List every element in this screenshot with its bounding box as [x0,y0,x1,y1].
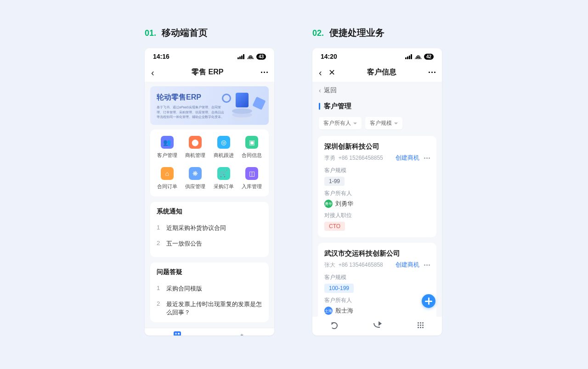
section-number: 01. [145,28,156,38]
filter-客户所有人[interactable]: 客户所有人 [319,117,362,129]
back-icon[interactable]: ‹ [319,68,322,77]
section-title: 移动端首页 [162,27,208,39]
field-label-position: 对接人职位 [324,212,430,219]
battery-icon: 42 [424,54,434,60]
more-icon[interactable] [429,72,435,73]
feature-icon: ◫ [245,167,258,180]
list-text: 最近发票上传时出现重复的发票是怎么回事？ [166,300,262,317]
customer-contact: 李勇 +86 15266458855 [324,154,383,162]
status-time: 14:20 [321,53,337,60]
nav-title: 客户信息 [367,67,396,77]
hero-banner[interactable]: 轮动零售ERP 基于飞书、通过aPaaS实现客户管理、合同管理、订单管理、采购管… [150,86,269,125]
create-opportunity-link[interactable]: 创建商机 [396,154,419,162]
list-index: 1 [157,224,160,232]
feature-label: 商机管理 [185,152,205,159]
avatar: 士海 [324,307,333,315]
feature-icon: ▣ [245,136,258,149]
tab-bar: 主页 ★ 产品权限 [145,328,274,335]
card-more-icon[interactable] [424,264,430,266]
card-title: 系统通知 [150,207,269,220]
status-bar: 14:16 43 [145,48,274,63]
status-bar: 14:20 42 [312,48,442,63]
customer-contact: 张大 +86 13546465858 [324,261,383,269]
more-icon[interactable] [261,72,268,73]
signal-icon [405,54,413,59]
feature-label: 采购订单 [214,183,234,190]
avatar: 勇华 [324,200,333,208]
refresh-button[interactable] [312,322,356,329]
feature-label: 商机跟进 [214,152,234,159]
create-opportunity-link[interactable]: 创建商机 [396,261,419,269]
card-more-icon[interactable] [424,157,430,159]
feature-icon: ❋ [189,167,202,180]
scale-pill: 1-99 [324,177,345,186]
feature-label: 入库管理 [242,183,262,190]
list-text: 五一放假公告 [166,240,202,248]
scale-pill: 100-199 [324,284,354,293]
wifi-icon [415,54,422,59]
tab-home[interactable]: 主页 [145,328,209,335]
feature-客户管理[interactable]: 👥客户管理 [153,136,181,159]
feature-商机管理[interactable]: ⬤商机管理 [181,136,210,159]
close-icon[interactable]: ✕ [328,68,335,77]
faq-card: 问题答疑 1采购合同模版2最近发票上传时出现重复的发票是怎么回事？ [150,263,269,322]
feature-label: 合同订单 [157,183,177,190]
list-text: 近期采购补货协议合同 [166,224,226,232]
list-index: 2 [157,300,160,317]
customer-name: 武汉市交运科技创新公司 [324,249,430,258]
add-customer-fab[interactable] [422,294,435,308]
feature-label: 客户管理 [157,152,177,159]
chevron-left-icon: ‹ [319,87,321,94]
apps-button[interactable] [399,322,442,329]
list-index: 2 [157,240,160,248]
customer-name: 深圳创新科技公司 [324,142,430,151]
back-icon[interactable]: ‹ [151,68,154,77]
position-pill: CTO [324,222,345,231]
share-button[interactable] [356,322,399,329]
feature-label: 合同信息 [242,152,262,159]
card-title: 问题答疑 [150,268,269,281]
phone-customer-info: 14:20 42 ‹ ✕ 客户信息 ‹ 返回 客户管理 客户所有人客户规模 深圳… [312,48,442,335]
system-notice-card: 系统通知 1近期采购补货协议合同2五一放假公告 [150,202,269,257]
list-item[interactable]: 1采购合同模版 [150,281,269,296]
feature-grid: 👥客户管理⬤商机管理◎商机跟进▣合同信息⌂合同订单❋供应管理🛒采购订单◫入库管理 [150,129,269,196]
signal-icon [237,54,245,59]
nav-bar: ‹ ✕ 客户信息 [312,63,442,82]
customer-card[interactable]: 深圳创新科技公司李勇 +86 15266458855创建商机客户规模1-99客户… [318,136,436,237]
feature-icon: 👥 [161,136,174,149]
status-time: 14:16 [153,53,170,60]
field-label-owner: 客户所有人 [324,296,430,304]
feature-供应管理[interactable]: ❋供应管理 [181,167,210,190]
list-text: 采购合同模版 [166,285,202,293]
feature-合同信息[interactable]: ▣合同信息 [238,136,266,159]
section-title: 便捷处理业务 [329,27,384,39]
back-label: 返回 [324,86,337,95]
breadcrumb-back[interactable]: ‹ 返回 [312,82,442,98]
owner-name: 刘勇华 [335,200,353,208]
refresh-icon [331,322,338,329]
battery-icon: 43 [256,54,266,60]
list-item[interactable]: 2最近发票上传时出现重复的发票是怎么回事？ [150,296,269,320]
list-item[interactable]: 2五一放假公告 [150,236,269,252]
owner-name: 殷士海 [335,307,353,315]
field-label-scale: 客户规模 [324,274,430,281]
section-heading: 客户管理 [312,98,442,114]
feature-icon: ⌂ [161,167,174,180]
feature-label: 供应管理 [185,183,205,190]
tab-permissions[interactable]: ★ 产品权限 [209,328,274,335]
section-number: 02. [312,28,324,38]
nav-title: 零售 ERP [192,67,223,77]
feature-采购订单[interactable]: 🛒采购订单 [209,167,238,190]
feature-合同订单[interactable]: ⌂合同订单 [153,167,181,190]
filter-row: 客户所有人客户规模 [312,114,442,136]
share-icon [373,322,381,328]
bottom-toolbar [312,317,442,335]
field-label-owner: 客户所有人 [324,190,430,197]
feature-商机跟进[interactable]: ◎商机跟进 [209,136,238,159]
star-icon: ★ [238,331,246,335]
banner-illustration [219,90,265,122]
feature-入库管理[interactable]: ◫入库管理 [238,167,266,190]
list-item[interactable]: 1近期采购补货协议合同 [150,220,269,236]
filter-客户规模[interactable]: 客户规模 [365,117,402,129]
field-label-scale: 客户规模 [324,167,430,174]
